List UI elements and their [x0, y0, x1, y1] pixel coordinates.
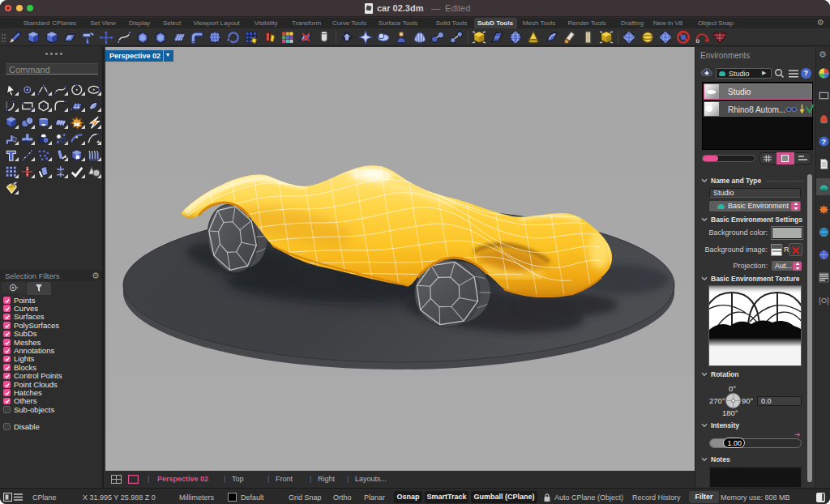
svg-text:{O}: {O}	[819, 297, 829, 305]
svg-text:?: ?	[822, 138, 827, 146]
